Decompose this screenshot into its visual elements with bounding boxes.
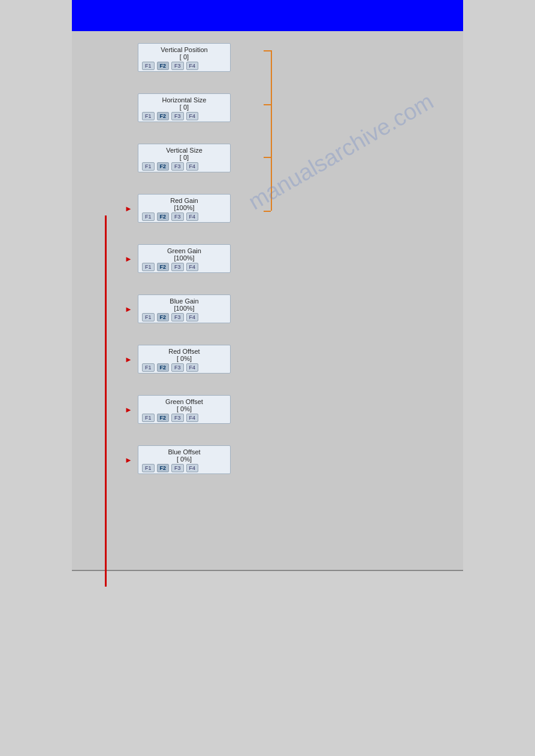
bg-key-f2[interactable]: F2 bbox=[157, 313, 170, 321]
red-gain-arrow: ► bbox=[125, 204, 132, 213]
orange-bracket-bot bbox=[264, 211, 271, 212]
menu-items-container: Vertical Position [ 0] F1 F2 F3 F4 Horiz… bbox=[72, 43, 463, 485]
blue-offset-label: Blue Offset bbox=[142, 448, 226, 456]
green-offset-keys: F1 F2 F3 F4 bbox=[142, 414, 226, 422]
gg-key-f2[interactable]: F2 bbox=[157, 263, 170, 271]
blue-gain-item: ► Blue Gain [100%] F1 F2 F3 F4 bbox=[138, 294, 231, 323]
horizontal-size-item: Horizontal Size [ 0] F1 F2 F3 F4 bbox=[138, 93, 231, 122]
green-gain-arrow: ► bbox=[125, 254, 132, 263]
horizontal-size-label: Horizontal Size bbox=[142, 96, 226, 104]
red-gain-value: [100%] bbox=[142, 204, 226, 211]
go-key-f3[interactable]: F3 bbox=[171, 414, 184, 422]
menu-box-vertical-size: Vertical Size [ 0] F1 F2 F3 F4 bbox=[138, 144, 231, 172]
rg-key-f4[interactable]: F4 bbox=[186, 212, 199, 221]
vertical-size-keys: F1 F2 F3 F4 bbox=[142, 162, 226, 171]
ro-key-f3[interactable]: F3 bbox=[171, 363, 184, 372]
vs-key-f1[interactable]: F1 bbox=[142, 162, 155, 171]
blue-gain-arrow: ► bbox=[125, 305, 132, 314]
menu-box-blue-gain: Blue Gain [100%] F1 F2 F3 F4 bbox=[138, 294, 231, 323]
green-offset-value: [ 0%] bbox=[142, 405, 226, 412]
green-gain-keys: F1 F2 F3 F4 bbox=[142, 263, 226, 271]
vertical-position-label: Vertical Position bbox=[142, 46, 226, 53]
vertical-position-value: [ 0] bbox=[142, 53, 226, 60]
vp-key-f3[interactable]: F3 bbox=[171, 62, 184, 70]
menu-box-blue-offset: Blue Offset [ 0%] F1 F2 F3 F4 bbox=[138, 445, 231, 474]
red-offset-keys: F1 F2 F3 F4 bbox=[142, 363, 226, 372]
red-vertical-line bbox=[105, 215, 107, 587]
gg-key-f1[interactable]: F1 bbox=[142, 263, 155, 271]
orange-bracket-mid2 bbox=[264, 157, 271, 158]
vp-key-f1[interactable]: F1 bbox=[142, 62, 155, 70]
blue-offset-keys: F1 F2 F3 F4 bbox=[142, 464, 226, 472]
red-offset-item: ► Red Offset [ 0%] F1 F2 F3 F4 bbox=[138, 345, 231, 374]
blue-gain-keys: F1 F2 F3 F4 bbox=[142, 313, 226, 321]
blue-offset-arrow: ► bbox=[125, 456, 132, 464]
horizontal-size-keys: F1 F2 F3 F4 bbox=[142, 112, 226, 120]
green-offset-item: ► Green Offset [ 0%] F1 F2 F3 F4 bbox=[138, 395, 231, 424]
hs-key-f1[interactable]: F1 bbox=[142, 112, 155, 120]
hs-key-f4[interactable]: F4 bbox=[186, 112, 199, 120]
vertical-size-value: [ 0] bbox=[142, 154, 226, 161]
gg-key-f4[interactable]: F4 bbox=[186, 263, 199, 271]
gg-key-f3[interactable]: F3 bbox=[171, 263, 184, 271]
vp-key-f2[interactable]: F2 bbox=[157, 62, 170, 70]
red-offset-arrow: ► bbox=[125, 355, 132, 364]
vertical-size-label: Vertical Size bbox=[142, 147, 226, 154]
vertical-size-item: Vertical Size [ 0] F1 F2 F3 F4 bbox=[138, 144, 231, 172]
bottom-separator bbox=[72, 570, 463, 571]
ro-key-f1[interactable]: F1 bbox=[142, 363, 155, 372]
vertical-position-item: Vertical Position [ 0] F1 F2 F3 F4 bbox=[138, 43, 231, 72]
rg-key-f2[interactable]: F2 bbox=[157, 212, 170, 221]
red-gain-item: ► Red Gain [100%] F1 F2 F3 F4 bbox=[138, 194, 231, 223]
horizontal-size-value: [ 0] bbox=[142, 104, 226, 111]
red-offset-value: [ 0%] bbox=[142, 355, 226, 362]
orange-bracket-top bbox=[264, 50, 271, 51]
blue-gain-value: [100%] bbox=[142, 305, 226, 312]
green-gain-item: ► Green Gain [100%] F1 F2 F3 F4 bbox=[138, 244, 231, 273]
blue-gain-label: Blue Gain bbox=[142, 297, 226, 305]
menu-box-red-offset: Red Offset [ 0%] F1 F2 F3 F4 bbox=[138, 345, 231, 374]
ro-key-f4[interactable]: F4 bbox=[186, 363, 199, 372]
bo-key-f1[interactable]: F1 bbox=[142, 464, 155, 472]
menu-box-vertical-position: Vertical Position [ 0] F1 F2 F3 F4 bbox=[138, 43, 231, 72]
blue-offset-value: [ 0%] bbox=[142, 456, 226, 463]
menu-box-red-gain: Red Gain [100%] F1 F2 F3 F4 bbox=[138, 194, 231, 223]
rg-key-f1[interactable]: F1 bbox=[142, 212, 155, 221]
menu-box-green-gain: Green Gain [100%] F1 F2 F3 F4 bbox=[138, 244, 231, 273]
main-panel: manualsarchive.com Vertical Position [ 0… bbox=[72, 31, 463, 570]
orange-bracket-line bbox=[271, 50, 272, 211]
blue-offset-item: ► Blue Offset [ 0%] F1 F2 F3 F4 bbox=[138, 445, 231, 474]
bg-key-f3[interactable]: F3 bbox=[171, 313, 184, 321]
red-gain-keys: F1 F2 F3 F4 bbox=[142, 212, 226, 221]
rg-key-f3[interactable]: F3 bbox=[171, 212, 184, 221]
go-key-f2[interactable]: F2 bbox=[157, 414, 170, 422]
go-key-f4[interactable]: F4 bbox=[186, 414, 199, 422]
red-gain-label: Red Gain bbox=[142, 197, 226, 204]
menu-box-green-offset: Green Offset [ 0%] F1 F2 F3 F4 bbox=[138, 395, 231, 424]
bo-key-f3[interactable]: F3 bbox=[171, 464, 184, 472]
green-gain-label: Green Gain bbox=[142, 247, 226, 254]
bo-key-f4[interactable]: F4 bbox=[186, 464, 199, 472]
vs-key-f4[interactable]: F4 bbox=[186, 162, 199, 171]
red-offset-label: Red Offset bbox=[142, 348, 226, 355]
bo-key-f2[interactable]: F2 bbox=[157, 464, 170, 472]
vp-key-f4[interactable]: F4 bbox=[186, 62, 199, 70]
green-gain-value: [100%] bbox=[142, 254, 226, 262]
green-offset-label: Green Offset bbox=[142, 398, 226, 405]
orange-bracket-mid1 bbox=[264, 104, 271, 105]
green-offset-arrow: ► bbox=[125, 405, 132, 414]
go-key-f1[interactable]: F1 bbox=[142, 414, 155, 422]
vertical-position-keys: F1 F2 F3 F4 bbox=[142, 62, 226, 70]
hs-key-f2[interactable]: F2 bbox=[157, 112, 170, 120]
bg-key-f1[interactable]: F1 bbox=[142, 313, 155, 321]
bg-key-f4[interactable]: F4 bbox=[186, 313, 199, 321]
menu-box-horizontal-size: Horizontal Size [ 0] F1 F2 F3 F4 bbox=[138, 93, 231, 122]
vs-key-f3[interactable]: F3 bbox=[171, 162, 184, 171]
vs-key-f2[interactable]: F2 bbox=[157, 162, 170, 171]
ro-key-f2[interactable]: F2 bbox=[157, 363, 170, 372]
hs-key-f3[interactable]: F3 bbox=[171, 112, 184, 120]
blue-header bbox=[72, 0, 463, 31]
